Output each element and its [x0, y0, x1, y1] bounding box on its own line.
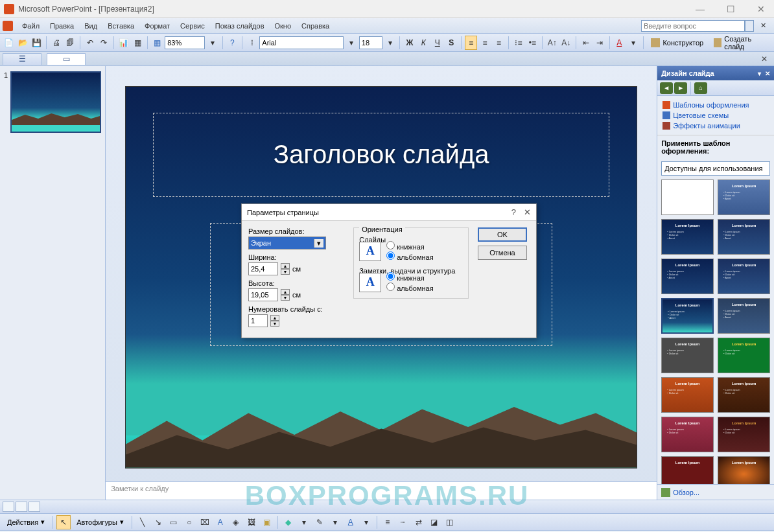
nav-forward-button[interactable]: ► — [674, 82, 687, 94]
numbered-list-button[interactable]: ⁝≡ — [512, 36, 524, 50]
normal-view-button[interactable] — [3, 502, 14, 512]
chart-button[interactable]: 📊 — [117, 36, 130, 50]
line-color-dropdown[interactable]: ▾ — [328, 515, 342, 529]
menu-tools[interactable]: Сервис — [175, 21, 210, 31]
open-button[interactable]: 📂 — [16, 36, 29, 50]
arrow-style-button[interactable]: ⇄ — [412, 515, 426, 529]
link-animation-effects[interactable]: Эффекты анимации — [663, 121, 769, 131]
redo-button[interactable]: ↷ — [98, 36, 110, 50]
link-color-schemes[interactable]: Цветовые схемы — [663, 110, 769, 121]
template-item[interactable]: Lorem Ipsum — [661, 456, 714, 484]
bulleted-list-button[interactable]: •≡ — [526, 36, 539, 50]
menu-insert[interactable]: Вставка — [102, 21, 139, 31]
picture-tool[interactable]: ▣ — [260, 515, 274, 529]
nav-back-button[interactable]: ◄ — [660, 82, 673, 94]
template-item[interactable]: Lorem Ipsum• Lorem ipsum• Dolor sit• Ame… — [718, 298, 770, 334]
height-input[interactable] — [248, 288, 278, 301]
menu-slideshow[interactable]: Показ слайдов — [210, 21, 270, 31]
increase-font-button[interactable]: A↑ — [546, 36, 558, 50]
autoshapes-menu[interactable]: Автофигуры ▾ — [72, 515, 128, 529]
cancel-button[interactable]: Отмена — [478, 246, 527, 260]
taskpane-close[interactable]: ✕ — [765, 70, 770, 77]
slides-landscape-radio[interactable]: альбомная — [386, 251, 433, 261]
fill-color-button[interactable]: ◆ — [281, 515, 296, 529]
template-item[interactable]: Lorem Ipsum• Lorem ipsum• Dolor sit• Ame… — [661, 259, 714, 294]
new-button[interactable]: 📄 — [3, 36, 15, 50]
nav-home-button[interactable]: ⌂ — [694, 82, 707, 94]
undo-button[interactable]: ↶ — [84, 36, 96, 50]
notes-pane[interactable]: Заметки к слайду — [106, 481, 657, 500]
decrease-font-button[interactable]: A↓ — [559, 36, 572, 50]
slides-portrait-radio[interactable]: книжная — [386, 241, 433, 251]
number-input[interactable] — [248, 314, 268, 327]
underline-button[interactable]: Ч — [431, 36, 443, 50]
height-up-button[interactable]: ▲ — [281, 289, 290, 295]
slideshow-view-button[interactable] — [29, 502, 40, 512]
rectangle-tool[interactable]: ▭ — [167, 515, 181, 529]
align-right-button[interactable]: ≡ — [493, 36, 505, 50]
3d-style-button[interactable]: ◫ — [443, 515, 457, 529]
actions-menu[interactable]: Действия ▾ — [3, 515, 49, 529]
clipart-tool[interactable]: 🖼 — [244, 515, 259, 529]
notes-landscape-radio[interactable]: альбомная — [386, 283, 433, 292]
tabs-close-button[interactable]: ✕ — [761, 54, 768, 64]
text-color-button[interactable]: A — [344, 515, 358, 529]
font-combo[interactable] — [259, 36, 344, 49]
oval-tool[interactable]: ○ — [182, 515, 196, 529]
fontsize-dropdown[interactable]: ▾ — [384, 36, 396, 50]
menu-window[interactable]: Окно — [270, 21, 297, 31]
notes-portrait-radio[interactable]: книжная — [386, 272, 433, 282]
dialog-titlebar[interactable]: Параметры страницы ? ✕ — [242, 204, 536, 221]
doc-close-button[interactable]: ✕ — [755, 20, 771, 31]
template-item[interactable]: Lorem Ipsum• Lorem ipsum• Dolor sit — [718, 338, 770, 373]
toolbar-overflow[interactable]: ⁞ — [246, 36, 258, 50]
font-dropdown[interactable]: ▾ — [345, 36, 357, 50]
maximize-button[interactable]: ☐ — [721, 3, 740, 16]
slide-size-select[interactable]: Экран ▾ — [248, 237, 326, 249]
diagram-tool[interactable]: ◈ — [229, 515, 243, 529]
arrow-tool[interactable]: ↘ — [151, 515, 165, 529]
template-item[interactable] — [661, 179, 714, 215]
template-item[interactable]: Lorem Ipsum• Lorem ipsum• Dolor sit• Ame… — [718, 259, 770, 294]
line-tool[interactable]: ╲ — [135, 515, 150, 529]
close-button[interactable]: ✕ — [752, 3, 770, 16]
menu-file[interactable]: Файл — [17, 21, 45, 31]
table-button[interactable]: ▦ — [131, 36, 143, 50]
bold-button[interactable]: Ж — [403, 36, 416, 50]
template-item[interactable]: Lorem Ipsum• Lorem ipsum• Dolor sit — [661, 377, 714, 413]
grid-button[interactable]: ▦ — [151, 36, 163, 50]
tab-slides[interactable]: ▭ — [47, 53, 86, 65]
minimize-button[interactable]: — — [690, 3, 710, 16]
slide-thumbnail-1[interactable] — [10, 71, 101, 133]
italic-button[interactable]: К — [417, 36, 430, 50]
select-tool[interactable]: ↖ — [56, 515, 71, 529]
wordart-tool[interactable]: A — [213, 515, 228, 529]
text-color-dropdown[interactable]: ▾ — [359, 515, 373, 529]
title-placeholder[interactable]: Заголовок слайда — [153, 113, 609, 197]
menu-view[interactable]: Вид — [79, 21, 102, 31]
template-item[interactable]: Lorem Ipsum• Lorem ipsum• Dolor sit — [661, 417, 714, 452]
templates-list[interactable]: Доступны для использования Lorem Ipsum• … — [657, 159, 774, 484]
dialog-close-button[interactable]: ✕ — [524, 207, 531, 217]
line-style-button[interactable]: ≡ — [381, 515, 395, 529]
fontsize-combo[interactable] — [359, 36, 382, 49]
zoom-dropdown[interactable]: ▾ — [206, 36, 218, 50]
font-color-button[interactable]: A — [613, 36, 626, 50]
dialog-help-button[interactable]: ? — [511, 207, 516, 217]
dash-style-button[interactable]: ┈ — [396, 515, 410, 529]
menu-edit[interactable]: Правка — [45, 21, 79, 31]
template-item[interactable]: Lorem Ipsum• Lorem ipsum• Dolor sit• Ame… — [718, 219, 770, 255]
width-up-button[interactable]: ▲ — [281, 263, 290, 269]
help-search-input[interactable] — [641, 20, 745, 32]
template-item[interactable]: Lorem Ipsum• Lorem ipsum• Dolor sit• Ame… — [718, 179, 770, 215]
tab-outline[interactable]: ☰ — [3, 53, 41, 65]
ok-button[interactable]: OK — [478, 227, 527, 242]
menu-help[interactable]: Справка — [296, 21, 334, 31]
line-color-button[interactable]: ✎ — [312, 515, 327, 529]
help-button[interactable]: ? — [226, 36, 239, 50]
template-item[interactable]: Lorem Ipsum• Lorem ipsum• Dolor sit — [661, 338, 714, 373]
template-item[interactable]: Lorem Ipsum• Lorem ipsum• Dolor sit — [718, 377, 770, 413]
font-color-dropdown[interactable]: ▾ — [627, 36, 639, 50]
link-design-templates[interactable]: Шаблоны оформления — [663, 100, 769, 110]
template-item[interactable]: Lorem Ipsum• Lorem ipsum• Dolor sit — [718, 417, 770, 452]
